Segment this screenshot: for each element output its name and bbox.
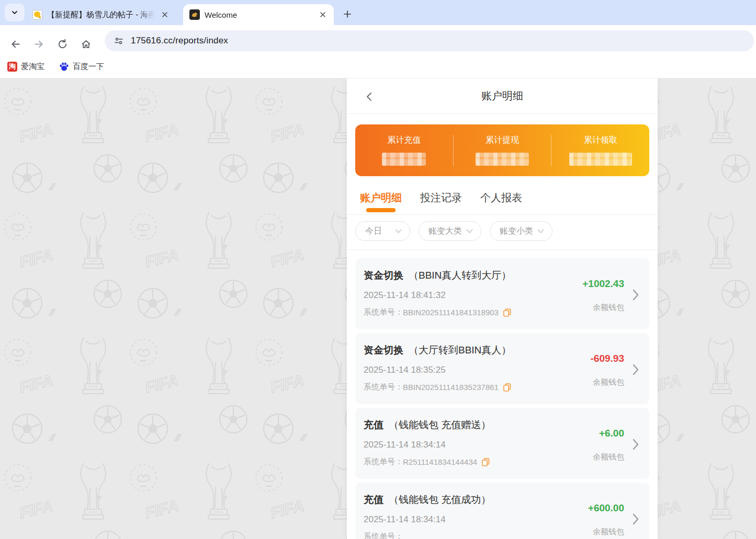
- tab-personal-report[interactable]: 个人报表: [480, 191, 522, 214]
- bookmark-taobao[interactable]: 淘 爱淘宝: [7, 62, 44, 72]
- transaction-desc: （钱能钱包 充值成功）: [389, 494, 491, 505]
- copy-order-button[interactable]: [503, 383, 511, 392]
- page-back-button[interactable]: [363, 90, 376, 104]
- section-tabs: 账户明细 投注记录 个人报表: [347, 176, 658, 215]
- back-button[interactable]: [6, 35, 24, 53]
- reload-button[interactable]: [53, 35, 71, 53]
- filter-major-type-dropdown[interactable]: 账变大类: [419, 221, 481, 241]
- summary-label: 累计提现: [486, 135, 519, 146]
- transaction-amount: +600.00: [588, 502, 624, 514]
- order-number: BBIN202511141841318903: [403, 308, 499, 317]
- copy-icon: [482, 458, 490, 466]
- transaction-amount: -609.93: [591, 353, 624, 364]
- order-label: 系统单号：: [364, 457, 403, 467]
- filter-row: 今日 账变大类 账变小类: [347, 215, 658, 250]
- summary-total-claim: 累计领取: [551, 135, 649, 166]
- chevron-down-icon: [11, 9, 18, 16]
- order-label: 系统单号：: [364, 382, 403, 392]
- taobao-icon: 淘: [7, 62, 17, 72]
- summary-card: 累计充值 累计提现 累计领取: [355, 124, 649, 176]
- page-title: 账户明细: [481, 89, 523, 103]
- order-label: 系统单号：: [364, 307, 403, 317]
- home-button[interactable]: [77, 35, 95, 53]
- filter-minor-type-dropdown[interactable]: 账变小类: [490, 221, 552, 241]
- chevron-right-icon: [633, 439, 639, 450]
- bookmarks-bar: 淘 爱淘宝 百度一下: [0, 55, 756, 78]
- home-icon: [81, 39, 92, 50]
- blurred-amount: [569, 153, 632, 166]
- transaction-desc: （BBIN真人转到大厅）: [409, 270, 511, 281]
- bookmark-baidu[interactable]: 百度一下: [59, 62, 104, 72]
- reload-icon: [57, 39, 68, 50]
- tab-account-detail[interactable]: 账户明细: [360, 191, 402, 214]
- order-number: R2511141834144434: [403, 457, 477, 466]
- browser-tabstrip: 【新提醒】杨雪儿的帖子 - 海燕 Welcome: [0, 0, 756, 25]
- active-tab-underline: [366, 208, 396, 212]
- account-detail-panel: 账户明细 累计充值 累计提现 累计领取 账户明细 投注记录 个人报表: [347, 78, 658, 539]
- summary-label: 累计领取: [584, 135, 617, 146]
- browser-tab-inactive[interactable]: 【新提醒】杨雪儿的帖子 - 海燕: [27, 4, 176, 25]
- transaction-time: 2025-11-14 18:34:14: [364, 514, 557, 525]
- site-favicon-icon: [189, 9, 200, 20]
- chevron-right-icon: [633, 513, 639, 525]
- transaction-time: 2025-11-14 18:34:14: [364, 440, 557, 450]
- transaction-type: 资金切换: [364, 270, 403, 281]
- forward-arrow-icon: [33, 39, 44, 50]
- transaction-wallet: 余额钱包: [593, 303, 624, 313]
- blurred-amount: [382, 153, 426, 166]
- chevron-down-icon: [395, 229, 402, 234]
- tab-search-menu-button[interactable]: [5, 4, 25, 21]
- chevron-right-icon: [633, 364, 639, 375]
- transaction-wallet: 余额钱包: [593, 452, 624, 462]
- order-label: 系统单号：: [364, 532, 403, 539]
- tab-title: Welcome: [205, 10, 316, 19]
- back-arrow-icon: [10, 39, 21, 50]
- summary-total-deposit: 累计充值: [355, 135, 453, 166]
- summary-total-withdraw: 累计提现: [454, 135, 551, 166]
- transaction-time: 2025-11-14 18:35:25: [364, 365, 557, 375]
- transaction-desc: （大厅转到BBIN真人）: [409, 345, 511, 355]
- url-bar[interactable]: 175616.cc/reports/index: [105, 30, 754, 51]
- copy-icon: [503, 308, 511, 317]
- copy-order-button[interactable]: [503, 308, 511, 317]
- transaction-wallet: 余额钱包: [593, 377, 624, 387]
- transaction-row[interactable]: 充值（钱能钱包 充值赠送） 2025-11-14 18:34:14 系统单号：R…: [355, 408, 649, 479]
- tab-close-icon[interactable]: [158, 8, 172, 21]
- transaction-row[interactable]: 充值（钱能钱包 充值成功） 2025-11-14 18:34:14 系统单号： …: [355, 483, 649, 539]
- url-text[interactable]: 175616.cc/reports/index: [131, 36, 228, 46]
- transaction-row[interactable]: 资金切换（大厅转到BBIN真人） 2025-11-14 18:35:25 系统单…: [355, 333, 649, 404]
- blurred-amount: [476, 153, 529, 166]
- tab-close-icon[interactable]: [316, 8, 330, 21]
- browser-tab-active[interactable]: Welcome: [183, 4, 334, 25]
- forward-button[interactable]: [30, 35, 48, 53]
- plus-icon: [343, 10, 352, 18]
- transaction-amount: +1002.43: [582, 278, 624, 290]
- transaction-time: 2025-11-14 18:41:32: [364, 290, 557, 301]
- copy-order-button[interactable]: [482, 458, 490, 466]
- baidu-paw-icon: [59, 62, 69, 72]
- tab-title: 【新提醒】杨雪儿的帖子 - 海燕: [47, 10, 158, 20]
- transaction-type: 充值: [364, 419, 383, 430]
- order-number: BBIN202511141835237861: [403, 383, 499, 392]
- chevron-left-icon: [364, 91, 375, 102]
- transaction-type: 资金切换: [364, 345, 403, 355]
- site-settings-icon[interactable]: [114, 36, 124, 46]
- transaction-row[interactable]: 资金切换（BBIN真人转到大厅） 2025-11-14 18:41:32 系统单…: [355, 258, 649, 329]
- transaction-list: 资金切换（BBIN真人转到大厅） 2025-11-14 18:41:32 系统单…: [347, 250, 658, 539]
- forum-favicon-icon: [32, 10, 42, 20]
- chevron-down-icon: [537, 229, 544, 234]
- transaction-wallet: 余额钱包: [593, 527, 624, 537]
- panel-header: 账户明细: [347, 78, 658, 114]
- chevron-right-icon: [633, 289, 639, 301]
- transaction-desc: （钱能钱包 充值赠送）: [389, 419, 491, 430]
- copy-icon: [503, 383, 511, 392]
- new-tab-button[interactable]: [339, 6, 356, 22]
- summary-label: 累计充值: [387, 135, 421, 146]
- chevron-down-icon: [466, 229, 473, 234]
- transaction-type: 充值: [364, 494, 383, 505]
- filter-date-dropdown[interactable]: 今日: [355, 221, 410, 241]
- tab-bet-records[interactable]: 投注记录: [420, 191, 462, 214]
- transaction-amount: +6.00: [599, 428, 624, 439]
